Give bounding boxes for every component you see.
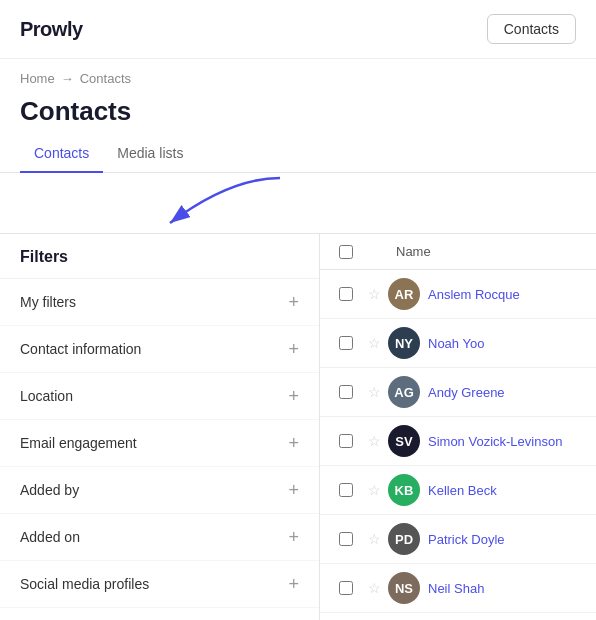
table-row: ☆ SV Simon Vozick-Levinson bbox=[320, 417, 596, 466]
contact-name[interactable]: Neil Shah bbox=[428, 581, 484, 596]
row-star[interactable]: ☆ bbox=[360, 433, 388, 449]
row-checkbox-cell[interactable] bbox=[332, 581, 360, 595]
filter-email-engagement-label: Email engagement bbox=[20, 435, 137, 451]
select-all-checkbox[interactable] bbox=[339, 245, 353, 259]
filter-added-on-plus-icon: + bbox=[288, 528, 299, 546]
breadcrumb-current: Contacts bbox=[80, 71, 131, 86]
contact-name[interactable]: Simon Vozick-Levinson bbox=[428, 434, 562, 449]
row-checkbox-cell[interactable] bbox=[332, 385, 360, 399]
filter-email-engagement[interactable]: Email engagement + bbox=[0, 420, 319, 467]
table-row: ☆ DH Dave Holmes bbox=[320, 613, 596, 620]
contacts-table: Name ☆ AR Anslem Rocque ☆ NY Noah Yoo ☆ … bbox=[320, 234, 596, 620]
filters-title: Filters bbox=[0, 234, 319, 279]
avatar: NS bbox=[388, 572, 420, 604]
row-checkbox[interactable] bbox=[339, 434, 353, 448]
page-title: Contacts bbox=[0, 92, 596, 137]
contact-name[interactable]: Anslem Rocque bbox=[428, 287, 520, 302]
filter-contact-information-label: Contact information bbox=[20, 341, 141, 357]
table-row: ☆ NY Noah Yoo bbox=[320, 319, 596, 368]
main-layout: Filters My filters + Contact information… bbox=[0, 233, 596, 620]
contact-name[interactable]: Andy Greene bbox=[428, 385, 505, 400]
row-star[interactable]: ☆ bbox=[360, 286, 388, 302]
filter-added-by[interactable]: Added by + bbox=[0, 467, 319, 514]
filter-social-media-profiles-label: Social media profiles bbox=[20, 576, 149, 592]
filter-location-label: Location bbox=[20, 388, 73, 404]
avatar: SV bbox=[388, 425, 420, 457]
filter-contact-information[interactable]: Contact information + bbox=[0, 326, 319, 373]
contact-name[interactable]: Patrick Doyle bbox=[428, 532, 505, 547]
row-checkbox[interactable] bbox=[339, 385, 353, 399]
contact-name[interactable]: Noah Yoo bbox=[428, 336, 484, 351]
filter-location[interactable]: Location + bbox=[0, 373, 319, 420]
row-star[interactable]: ☆ bbox=[360, 531, 388, 547]
contact-name[interactable]: Kellen Beck bbox=[428, 483, 497, 498]
filter-my-filters[interactable]: My filters + bbox=[0, 279, 319, 326]
arrow-svg bbox=[110, 173, 310, 233]
row-checkbox-cell[interactable] bbox=[332, 483, 360, 497]
row-checkbox[interactable] bbox=[339, 532, 353, 546]
breadcrumb-separator: → bbox=[61, 71, 74, 86]
row-checkbox[interactable] bbox=[339, 287, 353, 301]
filter-my-filters-label: My filters bbox=[20, 294, 76, 310]
row-star[interactable]: ☆ bbox=[360, 384, 388, 400]
row-checkbox-cell[interactable] bbox=[332, 434, 360, 448]
filter-email-engagement-plus-icon: + bbox=[288, 434, 299, 452]
table-row: ☆ NS Neil Shah bbox=[320, 564, 596, 613]
filter-location-plus-icon: + bbox=[288, 387, 299, 405]
row-checkbox[interactable] bbox=[339, 336, 353, 350]
row-star[interactable]: ☆ bbox=[360, 482, 388, 498]
filters-panel: Filters My filters + Contact information… bbox=[0, 234, 320, 620]
filter-added-on[interactable]: Added on + bbox=[0, 514, 319, 561]
header-checkbox-cell[interactable] bbox=[332, 245, 360, 259]
table-row: ☆ AR Anslem Rocque bbox=[320, 270, 596, 319]
avatar: AG bbox=[388, 376, 420, 408]
filter-social-media-profiles-plus-icon: + bbox=[288, 575, 299, 593]
tabs-bar: Contacts Media lists bbox=[0, 137, 596, 173]
breadcrumb: Home → Contacts bbox=[0, 59, 596, 92]
tab-media-lists[interactable]: Media lists bbox=[103, 137, 197, 173]
tab-contacts[interactable]: Contacts bbox=[20, 137, 103, 173]
row-star[interactable]: ☆ bbox=[360, 580, 388, 596]
filter-contact-information-plus-icon: + bbox=[288, 340, 299, 358]
row-checkbox-cell[interactable] bbox=[332, 336, 360, 350]
avatar: KB bbox=[388, 474, 420, 506]
row-checkbox-cell[interactable] bbox=[332, 287, 360, 301]
app-header: Prowly Contacts bbox=[0, 0, 596, 59]
filter-added-by-label: Added by bbox=[20, 482, 79, 498]
contacts-button[interactable]: Contacts bbox=[487, 14, 576, 44]
table-row: ☆ PD Patrick Doyle bbox=[320, 515, 596, 564]
filter-added-on-label: Added on bbox=[20, 529, 80, 545]
arrow-indicator bbox=[0, 173, 596, 233]
filter-social-media-profiles[interactable]: Social media profiles + bbox=[0, 561, 319, 608]
avatar: AR bbox=[388, 278, 420, 310]
header-name-column: Name bbox=[388, 244, 584, 259]
avatar: PD bbox=[388, 523, 420, 555]
app-logo: Prowly bbox=[20, 18, 83, 41]
row-checkbox[interactable] bbox=[339, 483, 353, 497]
table-header: Name bbox=[320, 234, 596, 270]
row-checkbox[interactable] bbox=[339, 581, 353, 595]
table-row: ☆ KB Kellen Beck bbox=[320, 466, 596, 515]
table-row: ☆ AG Andy Greene bbox=[320, 368, 596, 417]
avatar: NY bbox=[388, 327, 420, 359]
filter-added-by-plus-icon: + bbox=[288, 481, 299, 499]
breadcrumb-home[interactable]: Home bbox=[20, 71, 55, 86]
row-checkbox-cell[interactable] bbox=[332, 532, 360, 546]
row-star[interactable]: ☆ bbox=[360, 335, 388, 351]
filter-my-filters-plus-icon: + bbox=[288, 293, 299, 311]
